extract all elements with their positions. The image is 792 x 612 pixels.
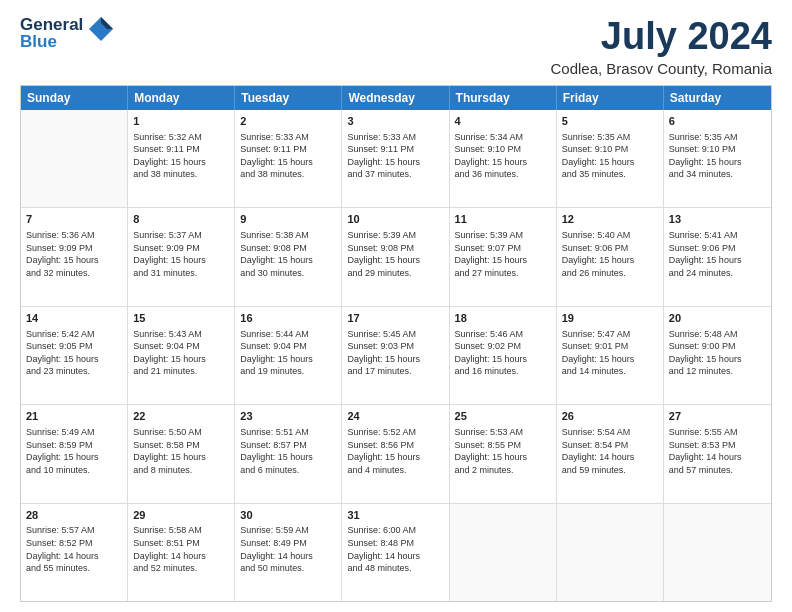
day-info: Sunrise: 5:45 AM Sunset: 9:03 PM Dayligh… [347,328,443,378]
day-info: Sunrise: 5:49 AM Sunset: 8:59 PM Dayligh… [26,426,122,476]
logo-blue: Blue [20,33,83,50]
day-info: Sunrise: 5:40 AM Sunset: 9:06 PM Dayligh… [562,229,658,279]
header-wednesday: Wednesday [342,86,449,110]
day-info: Sunrise: 5:50 AM Sunset: 8:58 PM Dayligh… [133,426,229,476]
day-info: Sunrise: 5:41 AM Sunset: 9:06 PM Dayligh… [669,229,766,279]
calendar-cell-r1-c4: 3Sunrise: 5:33 AM Sunset: 9:11 PM Daylig… [342,110,449,207]
title-location: Codlea, Brasov County, Romania [551,60,773,77]
day-number: 15 [133,311,229,326]
day-info: Sunrise: 6:00 AM Sunset: 8:48 PM Dayligh… [347,524,443,574]
calendar-cell-r2-c6: 12Sunrise: 5:40 AM Sunset: 9:06 PM Dayli… [557,208,664,305]
calendar-cell-r3-c3: 16Sunrise: 5:44 AM Sunset: 9:04 PM Dayli… [235,307,342,404]
calendar-cell-r4-c3: 23Sunrise: 5:51 AM Sunset: 8:57 PM Dayli… [235,405,342,502]
day-info: Sunrise: 5:43 AM Sunset: 9:04 PM Dayligh… [133,328,229,378]
day-number: 11 [455,212,551,227]
day-info: Sunrise: 5:35 AM Sunset: 9:10 PM Dayligh… [669,131,766,181]
day-number: 31 [347,508,443,523]
day-info: Sunrise: 5:37 AM Sunset: 9:09 PM Dayligh… [133,229,229,279]
calendar-cell-r5-c5 [450,504,557,601]
header-saturday: Saturday [664,86,771,110]
day-number: 20 [669,311,766,326]
day-number: 9 [240,212,336,227]
calendar-row-5: 28Sunrise: 5:57 AM Sunset: 8:52 PM Dayli… [21,504,771,601]
day-info: Sunrise: 5:51 AM Sunset: 8:57 PM Dayligh… [240,426,336,476]
calendar-row-3: 14Sunrise: 5:42 AM Sunset: 9:05 PM Dayli… [21,307,771,405]
day-number: 4 [455,114,551,129]
calendar-cell-r5-c3: 30Sunrise: 5:59 AM Sunset: 8:49 PM Dayli… [235,504,342,601]
calendar-row-1: 1Sunrise: 5:32 AM Sunset: 9:11 PM Daylig… [21,110,771,208]
day-info: Sunrise: 5:48 AM Sunset: 9:00 PM Dayligh… [669,328,766,378]
calendar-cell-r3-c7: 20Sunrise: 5:48 AM Sunset: 9:00 PM Dayli… [664,307,771,404]
calendar-cell-r1-c2: 1Sunrise: 5:32 AM Sunset: 9:11 PM Daylig… [128,110,235,207]
day-number: 14 [26,311,122,326]
calendar-cell-r4-c5: 25Sunrise: 5:53 AM Sunset: 8:55 PM Dayli… [450,405,557,502]
day-info: Sunrise: 5:47 AM Sunset: 9:01 PM Dayligh… [562,328,658,378]
day-info: Sunrise: 5:59 AM Sunset: 8:49 PM Dayligh… [240,524,336,574]
page: General Blue July 2024 Codlea, Brasov Co… [0,0,792,612]
day-info: Sunrise: 5:39 AM Sunset: 9:07 PM Dayligh… [455,229,551,279]
calendar-cell-r3-c1: 14Sunrise: 5:42 AM Sunset: 9:05 PM Dayli… [21,307,128,404]
day-number: 10 [347,212,443,227]
calendar-cell-r4-c4: 24Sunrise: 5:52 AM Sunset: 8:56 PM Dayli… [342,405,449,502]
day-number: 25 [455,409,551,424]
day-number: 8 [133,212,229,227]
day-number: 3 [347,114,443,129]
header-sunday: Sunday [21,86,128,110]
day-info: Sunrise: 5:57 AM Sunset: 8:52 PM Dayligh… [26,524,122,574]
day-number: 29 [133,508,229,523]
calendar-cell-r5-c1: 28Sunrise: 5:57 AM Sunset: 8:52 PM Dayli… [21,504,128,601]
calendar-header: Sunday Monday Tuesday Wednesday Thursday… [21,86,771,110]
day-number: 19 [562,311,658,326]
title-block: July 2024 Codlea, Brasov County, Romania [551,16,773,77]
day-number: 27 [669,409,766,424]
calendar-cell-r4-c7: 27Sunrise: 5:55 AM Sunset: 8:53 PM Dayli… [664,405,771,502]
day-number: 2 [240,114,336,129]
calendar-cell-r3-c5: 18Sunrise: 5:46 AM Sunset: 9:02 PM Dayli… [450,307,557,404]
day-number: 5 [562,114,658,129]
calendar-row-2: 7Sunrise: 5:36 AM Sunset: 9:09 PM Daylig… [21,208,771,306]
day-info: Sunrise: 5:42 AM Sunset: 9:05 PM Dayligh… [26,328,122,378]
calendar-cell-r1-c7: 6Sunrise: 5:35 AM Sunset: 9:10 PM Daylig… [664,110,771,207]
day-number: 18 [455,311,551,326]
day-number: 21 [26,409,122,424]
calendar-cell-r2-c7: 13Sunrise: 5:41 AM Sunset: 9:06 PM Dayli… [664,208,771,305]
header-friday: Friday [557,86,664,110]
day-number: 28 [26,508,122,523]
day-number: 12 [562,212,658,227]
calendar-cell-r1-c1 [21,110,128,207]
calendar-cell-r1-c5: 4Sunrise: 5:34 AM Sunset: 9:10 PM Daylig… [450,110,557,207]
day-info: Sunrise: 5:46 AM Sunset: 9:02 PM Dayligh… [455,328,551,378]
calendar-cell-r3-c6: 19Sunrise: 5:47 AM Sunset: 9:01 PM Dayli… [557,307,664,404]
day-info: Sunrise: 5:33 AM Sunset: 9:11 PM Dayligh… [240,131,336,181]
calendar-cell-r1-c6: 5Sunrise: 5:35 AM Sunset: 9:10 PM Daylig… [557,110,664,207]
day-info: Sunrise: 5:32 AM Sunset: 9:11 PM Dayligh… [133,131,229,181]
calendar-cell-r3-c4: 17Sunrise: 5:45 AM Sunset: 9:03 PM Dayli… [342,307,449,404]
day-info: Sunrise: 5:34 AM Sunset: 9:10 PM Dayligh… [455,131,551,181]
calendar-row-4: 21Sunrise: 5:49 AM Sunset: 8:59 PM Dayli… [21,405,771,503]
day-number: 30 [240,508,336,523]
calendar-cell-r2-c5: 11Sunrise: 5:39 AM Sunset: 9:07 PM Dayli… [450,208,557,305]
calendar-cell-r4-c2: 22Sunrise: 5:50 AM Sunset: 8:58 PM Dayli… [128,405,235,502]
header-thursday: Thursday [450,86,557,110]
calendar-body: 1Sunrise: 5:32 AM Sunset: 9:11 PM Daylig… [21,110,771,601]
logo-general: General [20,16,83,33]
day-number: 6 [669,114,766,129]
day-info: Sunrise: 5:58 AM Sunset: 8:51 PM Dayligh… [133,524,229,574]
day-number: 1 [133,114,229,129]
day-info: Sunrise: 5:54 AM Sunset: 8:54 PM Dayligh… [562,426,658,476]
calendar-cell-r3-c2: 15Sunrise: 5:43 AM Sunset: 9:04 PM Dayli… [128,307,235,404]
calendar-cell-r4-c1: 21Sunrise: 5:49 AM Sunset: 8:59 PM Dayli… [21,405,128,502]
day-number: 22 [133,409,229,424]
day-info: Sunrise: 5:38 AM Sunset: 9:08 PM Dayligh… [240,229,336,279]
calendar-cell-r2-c4: 10Sunrise: 5:39 AM Sunset: 9:08 PM Dayli… [342,208,449,305]
header-tuesday: Tuesday [235,86,342,110]
day-info: Sunrise: 5:35 AM Sunset: 9:10 PM Dayligh… [562,131,658,181]
day-info: Sunrise: 5:55 AM Sunset: 8:53 PM Dayligh… [669,426,766,476]
header-monday: Monday [128,86,235,110]
day-info: Sunrise: 5:33 AM Sunset: 9:11 PM Dayligh… [347,131,443,181]
day-info: Sunrise: 5:52 AM Sunset: 8:56 PM Dayligh… [347,426,443,476]
logo: General Blue [20,16,115,50]
calendar-cell-r5-c6 [557,504,664,601]
day-number: 24 [347,409,443,424]
logo-icon [87,15,115,47]
